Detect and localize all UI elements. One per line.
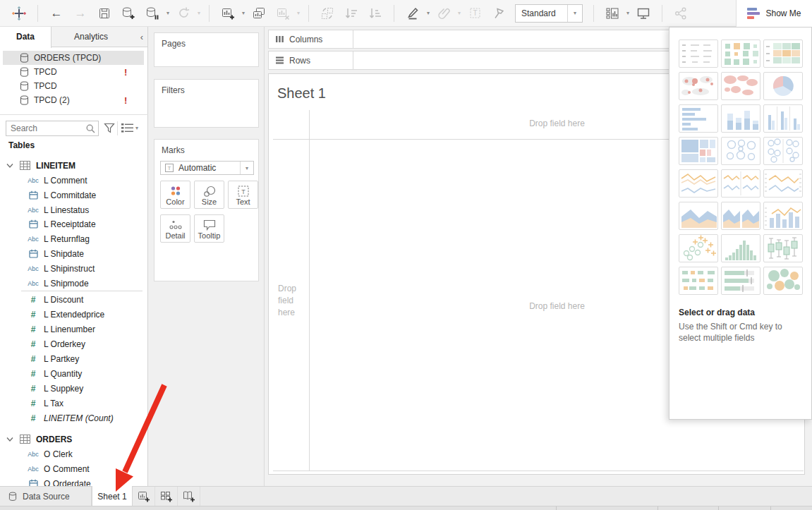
showme-circle-views-thumbnail[interactable] (763, 137, 803, 165)
showme-packed-bubbles-thumbnail[interactable] (763, 267, 803, 295)
pause-auto-updates-icon[interactable] (143, 4, 162, 23)
showme-text-table-thumbnail[interactable] (679, 40, 718, 68)
field-item[interactable]: #L Suppkey (0, 381, 147, 396)
new-worksheet-caret-icon[interactable]: ▾ (240, 10, 247, 16)
highlight-icon[interactable] (404, 4, 422, 23)
duplicate-sheet-icon[interactable] (250, 4, 268, 23)
showme-lines-continuous-thumbnail[interactable] (679, 169, 718, 198)
showme-symbol-map-thumbnail[interactable] (679, 72, 718, 100)
showme-highlight-table-thumbnail[interactable] (763, 40, 803, 68)
chevron-down-icon[interactable] (6, 163, 13, 169)
data-source-item[interactable]: TPCD (3, 79, 144, 93)
field-item[interactable]: AbcL Linestatus (0, 202, 147, 217)
showme-lines-discrete-thumbnail[interactable] (721, 169, 761, 198)
showme-dual-lines-thumbnail[interactable] (763, 169, 803, 198)
sheet-1-tab[interactable]: Sheet 1 (92, 486, 133, 506)
showme-dual-combination-thumbnail[interactable] (763, 202, 803, 230)
tab-data[interactable]: Data (0, 27, 51, 48)
text-button[interactable]: T Text (228, 181, 258, 209)
tab-analytics[interactable]: Analytics (51, 27, 131, 47)
showme-pie-chart-thumbnail[interactable] (763, 72, 803, 100)
field-item[interactable]: L Receiptdate (0, 217, 147, 231)
filters-shelf[interactable]: Filters (154, 79, 259, 128)
show-hide-cards-caret-icon[interactable]: ▾ (624, 10, 631, 16)
pane-tabs: Data Analytics ‹ (0, 27, 147, 47)
pause-auto-updates-caret-icon[interactable]: ▾ (164, 10, 171, 16)
showme-side-by-side-bars-thumbnail[interactable] (763, 104, 803, 133)
showme-stacked-bars-thumbnail[interactable] (721, 104, 761, 133)
new-data-source-icon[interactable] (119, 4, 138, 23)
field-item[interactable]: #L Partkey (0, 351, 147, 366)
data-source-tab[interactable]: Data Source (0, 487, 92, 506)
field-item[interactable]: #L Quantity (0, 366, 147, 381)
mark-type-caret-icon[interactable]: ▾ (240, 162, 253, 174)
showme-box-and-whisker-thumbnail[interactable] (763, 234, 803, 262)
field-item[interactable]: #L Linenumber (0, 322, 147, 336)
new-worksheet-tab-button[interactable] (133, 487, 155, 506)
view-options-icon[interactable]: ▾ (121, 123, 140, 133)
search-input[interactable] (6, 121, 99, 136)
table-icon (20, 161, 30, 170)
field-item[interactable]: AbcL Shipinstruct (0, 261, 147, 276)
showme-horizontal-bars-thumbnail[interactable] (679, 104, 718, 133)
chevron-down-icon[interactable] (6, 437, 13, 442)
sheet-title[interactable]: Sheet 1 (277, 85, 326, 102)
show-hide-cards-icon[interactable] (603, 4, 622, 23)
data-source-item[interactable]: TPCD (2) ! (3, 93, 144, 107)
field-item[interactable]: #LINEITEM (Count) (0, 411, 147, 425)
presentation-mode-icon[interactable] (634, 4, 653, 23)
field-item[interactable]: L Shipdate (0, 246, 147, 261)
data-source-item[interactable]: ORDERS (TPCD) (3, 51, 144, 65)
showme-gantt-thumbnail[interactable] (679, 267, 718, 295)
field-item[interactable]: AbcL Returnflag (0, 231, 147, 246)
detail-button[interactable]: Detail (160, 214, 190, 243)
new-dashboard-tab-button[interactable] (155, 487, 178, 506)
new-story-tab-button[interactable] (178, 487, 200, 506)
showme-circles-thumbnail[interactable] (721, 137, 761, 165)
field-item[interactable]: #L Extendedprice (0, 307, 147, 322)
tooltip-button[interactable]: Tooltip (194, 214, 224, 243)
show-me-button[interactable]: Show Me (736, 0, 812, 27)
highlight-caret-icon[interactable]: ▾ (425, 10, 432, 16)
new-worksheet-icon[interactable] (219, 4, 237, 23)
size-button[interactable]: Size (194, 181, 224, 209)
showme-heat-map-thumbnail[interactable] (721, 40, 761, 68)
field-item[interactable]: #L Tax (0, 396, 147, 411)
collapse-pane-icon[interactable]: ‹ (140, 27, 143, 47)
drop-zone-rows[interactable]: Drop field here (278, 283, 306, 319)
showme-scatter-plot-thumbnail[interactable] (679, 234, 718, 262)
field-item[interactable]: L Commitdate (0, 188, 147, 202)
number-field-icon: # (25, 399, 41, 408)
date-field-icon (25, 249, 41, 258)
sheet-tab-bar: Data Source Sheet 1 (0, 486, 812, 506)
field-item[interactable]: #L Discount (0, 292, 147, 307)
showme-bullet-graph-thumbnail[interactable] (721, 267, 761, 295)
sort-descending-icon (366, 4, 384, 23)
field-item[interactable]: AbcO Comment (0, 461, 147, 476)
pages-shelf[interactable]: Pages (154, 32, 259, 67)
showme-treemap-thumbnail[interactable] (679, 137, 718, 165)
color-button[interactable]: Color (160, 181, 190, 209)
field-item[interactable]: #L Orderkey (0, 336, 147, 351)
showme-filled-map-thumbnail[interactable] (721, 72, 761, 100)
field-item[interactable]: AbcL Comment (0, 173, 147, 188)
showme-histogram-thumbnail[interactable] (721, 234, 761, 262)
run-update-icon (174, 4, 193, 23)
field-item[interactable]: AbcL Shipmode (0, 276, 147, 291)
datasource-cylinder-icon (8, 492, 17, 502)
fit-selector[interactable]: Standard ▾ (515, 4, 583, 23)
fit-selector-caret-icon[interactable]: ▾ (567, 5, 582, 22)
showme-area-discrete-thumbnail[interactable] (721, 202, 761, 230)
field-item[interactable]: AbcO Clerk (0, 447, 147, 461)
undo-icon[interactable]: ← (47, 4, 66, 23)
table-group-lineitem[interactable]: LINEITEM (0, 158, 147, 173)
table-group-orders[interactable]: ORDERS (0, 432, 147, 447)
data-source-item[interactable]: TPCD ! (3, 65, 144, 79)
filter-fields-icon[interactable] (104, 122, 115, 134)
mark-type-dropdown[interactable]: T Automatic ▾ (160, 161, 254, 175)
showme-area-continuous-thumbnail[interactable] (679, 202, 718, 230)
showme-hint-title: Select or drag data (679, 308, 755, 317)
save-icon[interactable] (95, 4, 114, 23)
main-toolbar: ← → ▾ ▾ (0, 0, 812, 27)
view-options-caret-icon[interactable]: ▾ (133, 125, 140, 131)
